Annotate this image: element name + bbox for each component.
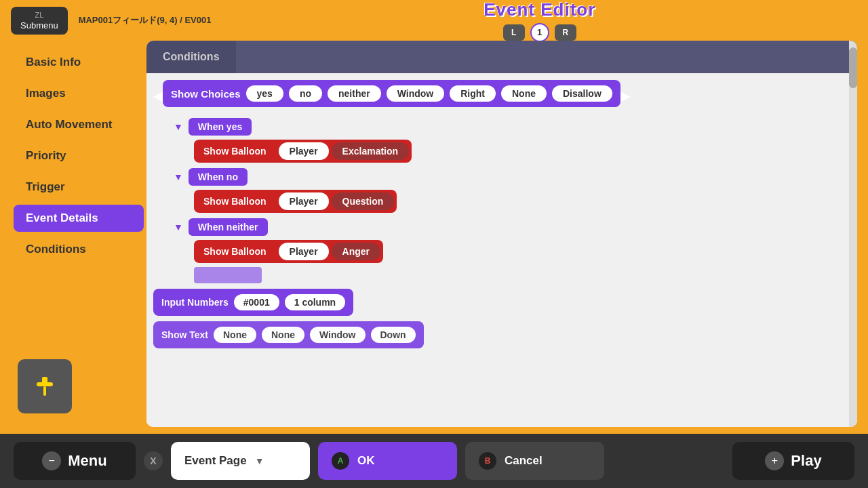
tab-active-area xyxy=(236,41,857,73)
dropdown-arrow-icon: ▼ xyxy=(255,455,264,466)
play-label: Play xyxy=(791,452,821,470)
submenu-button[interactable]: ZL Submenu xyxy=(11,7,68,35)
main-content: Basic Info Images Auto Movement Priority… xyxy=(0,41,868,427)
show-text-block: Show Text None None Window Down xyxy=(153,321,424,348)
collapse-yes-arrow[interactable]: ▼ xyxy=(174,121,183,132)
when-yes-label: When yes xyxy=(189,118,252,136)
balloon-neither-target[interactable]: Player xyxy=(279,243,329,260)
input-numbers-columns[interactable]: 1 column xyxy=(285,294,345,310)
play-button[interactable]: + Play xyxy=(732,442,854,480)
ok-button[interactable]: A OK xyxy=(318,442,457,480)
show-balloon-neither-block: Show Balloon Player Anger xyxy=(194,240,383,263)
choice-neither[interactable]: neither xyxy=(328,85,381,102)
a-badge: A xyxy=(332,452,349,470)
breadcrumb: MAP001フィールド(9, 4) / EV001 xyxy=(79,14,212,26)
show-text-opt2[interactable]: None xyxy=(262,327,304,343)
svg-rect-1 xyxy=(37,382,53,386)
cancel-label: Cancel xyxy=(505,454,542,468)
collapse-neither-arrow[interactable]: ▼ xyxy=(174,222,183,232)
sidebar-item-auto-movement[interactable]: Auto Movement xyxy=(14,111,144,138)
when-neither-section: ▼ When neither Show Balloon Player Anger xyxy=(153,218,850,283)
show-choices-label: Show Choices xyxy=(171,88,241,100)
tool-icon xyxy=(33,374,57,399)
balloon-yes-type[interactable]: Exclamation xyxy=(332,142,409,160)
svg-rect-2 xyxy=(43,386,46,396)
event-page-button[interactable]: Event Page ▼ xyxy=(171,442,310,480)
when-yes-header: ▼ When yes xyxy=(153,118,850,136)
ok-label: OK xyxy=(357,454,375,468)
input-numbers-id[interactable]: #0001 xyxy=(234,294,279,310)
tab-bar: Conditions xyxy=(146,41,857,73)
submenu-label: Submenu xyxy=(20,20,58,30)
sidebar-item-trigger[interactable]: Trigger xyxy=(14,174,144,201)
menu-label: Menu xyxy=(68,452,106,470)
play-plus-icon: + xyxy=(765,451,784,470)
when-no-label: When no xyxy=(189,168,248,186)
page-controls: L 1 R xyxy=(222,23,857,42)
sidebar-item-priority[interactable]: Priority xyxy=(14,142,144,169)
page-number: 1 xyxy=(530,23,549,42)
input-numbers-block: Input Numbers #0001 1 column xyxy=(153,289,353,316)
top-bar: ZL Submenu MAP001フィールド(9, 4) / EV001 Eve… xyxy=(0,0,868,41)
show-choices-block: Show Choices yes no neither Window Right… xyxy=(163,80,620,107)
balloon-yes-target[interactable]: Player xyxy=(279,142,329,160)
balloon-neither-action: Show Balloon xyxy=(194,241,276,262)
sidebar-bottom xyxy=(11,352,146,420)
cancel-button[interactable]: B Cancel xyxy=(465,442,604,480)
show-text-label: Show Text xyxy=(161,329,208,340)
choice-no[interactable]: no xyxy=(289,85,322,102)
balloon-yes-action: Show Balloon xyxy=(194,140,276,162)
show-text-opt4[interactable]: Down xyxy=(371,327,416,343)
choice-none[interactable]: None xyxy=(501,85,547,102)
balloon-no-type[interactable]: Question xyxy=(332,192,395,210)
scrollbar-thumb[interactable] xyxy=(849,47,857,88)
show-choices-row: ◀ Show Choices yes no neither Window Rig… xyxy=(153,80,850,113)
when-neither-header: ▼ When neither xyxy=(153,218,850,236)
page-l-button[interactable]: L xyxy=(503,24,525,41)
menu-minus-icon: − xyxy=(42,451,61,470)
add-button[interactable] xyxy=(18,359,72,413)
page-title: Event Editor xyxy=(222,0,857,20)
nav-left-arrow[interactable]: ◀ xyxy=(153,89,163,104)
tab-conditions[interactable]: Conditions xyxy=(146,41,236,73)
show-text-opt1[interactable]: None xyxy=(214,327,256,343)
show-text-opt3[interactable]: Window xyxy=(310,327,366,343)
page-r-button[interactable]: R xyxy=(555,24,576,41)
input-numbers-label: Input Numbers xyxy=(161,297,229,308)
sidebar-item-basic-info[interactable]: Basic Info xyxy=(14,49,144,76)
when-no-section: ▼ When no Show Balloon Player Question xyxy=(153,168,850,213)
balloon-no-target[interactable]: Player xyxy=(279,192,329,210)
bottom-bar: − Menu X Event Page ▼ A OK B Cancel + Pl… xyxy=(0,434,868,488)
event-page-label: Event Page xyxy=(184,454,247,468)
choice-yes[interactable]: yes xyxy=(246,85,283,102)
editor-content[interactable]: ◀ Show Choices yes no neither Window Rig… xyxy=(146,73,857,427)
when-neither-label: When neither xyxy=(189,218,268,236)
choice-window[interactable]: Window xyxy=(387,85,445,102)
nav-right-arrow[interactable]: ▶ xyxy=(620,89,630,104)
choice-disallow[interactable]: Disallow xyxy=(552,85,612,102)
show-balloon-no-block: Show Balloon Player Question xyxy=(194,190,397,213)
right-panel: Conditions ◀ Show Choices yes no neither… xyxy=(146,41,857,427)
b-badge: B xyxy=(479,452,496,470)
collapse-no-arrow[interactable]: ▼ xyxy=(174,171,183,182)
choice-right[interactable]: Right xyxy=(450,85,496,102)
empty-neither-block xyxy=(194,267,262,283)
x-badge: X xyxy=(144,451,163,470)
balloon-no-action: Show Balloon xyxy=(194,190,276,212)
menu-button[interactable]: − Menu xyxy=(14,442,136,480)
when-no-header: ▼ When no xyxy=(153,168,850,186)
balloon-neither-type[interactable]: Anger xyxy=(332,243,380,260)
show-balloon-yes-block: Show Balloon Player Exclamation xyxy=(194,140,412,163)
title-area: Event Editor L 1 R xyxy=(222,0,857,42)
sidebar: Basic Info Images Auto Movement Priority… xyxy=(11,41,146,427)
sidebar-item-images[interactable]: Images xyxy=(14,80,144,107)
sidebar-item-event-details[interactable]: Event Details xyxy=(14,205,144,232)
when-yes-section: ▼ When yes Show Balloon Player Exclamati… xyxy=(153,118,850,163)
sidebar-item-conditions[interactable]: Conditions xyxy=(14,236,144,263)
scrollbar-track xyxy=(849,41,857,427)
zl-label: ZL xyxy=(35,11,43,19)
